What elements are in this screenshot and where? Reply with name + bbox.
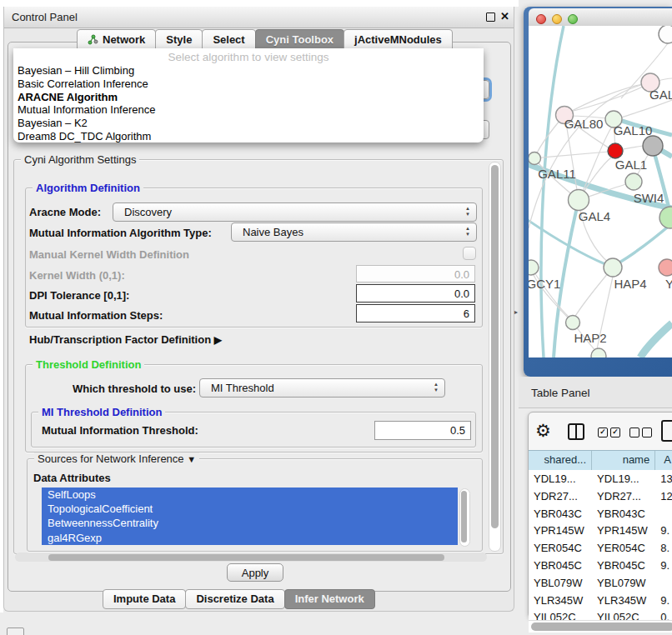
algorithm-option-dream8-dc-tdc-algorithm[interactable]: Dream8 DC_TDC Algorithm	[13, 129, 484, 142]
mi-type-combo[interactable]: Naive Bayes ▲▼	[231, 222, 477, 242]
float-window-icon[interactable]	[486, 12, 495, 22]
table-settings-button[interactable]: ⚙	[535, 421, 551, 441]
network-node-gcy1[interactable]	[529, 260, 539, 275]
algorithm-option-bayesian-hill-climbing[interactable]: Bayesian – Hill Climbing	[13, 63, 484, 77]
new-table-button[interactable]	[661, 420, 672, 442]
select-columns-button[interactable]	[568, 423, 584, 440]
network-node-gal1[interactable]	[625, 173, 642, 190]
split-pane-handle[interactable]: ▸	[514, 308, 518, 316]
tab-style[interactable]: Style	[155, 29, 203, 50]
network-node-y[interactable]	[659, 259, 672, 276]
algorithm-option-aracne-algorithm[interactable]: ARACNE Algorithm	[13, 90, 484, 103]
network-node-hap2[interactable]	[566, 316, 580, 330]
algorithm-definition-title: Algorithm Definition	[33, 182, 143, 194]
table-row[interactable]: YDR27...YDR27...12	[529, 488, 672, 505]
attribute-item-gal4rgexp[interactable]: gal4RGexp	[42, 531, 458, 545]
settings-vertical-scrollbar[interactable]	[489, 162, 501, 552]
attribute-item-selfloops[interactable]: SelfLoops	[42, 488, 458, 502]
collapsed-panel-button[interactable]	[7, 628, 24, 635]
table-cell: 8.	[655, 539, 672, 557]
table-cell: 9.	[655, 592, 672, 609]
manual-kernel-checkbox[interactable]	[463, 247, 476, 260]
control-panel-titlebar[interactable]: Control Panel ✕	[4, 7, 514, 28]
data-attributes-label: Data Attributes	[33, 472, 111, 484]
settings-group-title: Cyni Algorithm Settings	[21, 153, 139, 166]
table-row[interactable]: YIL052CYIL052C0.	[529, 608, 672, 620]
minimize-traffic-light-icon[interactable]	[552, 14, 562, 24]
checked-box-icon: ✓	[598, 428, 608, 438]
dpi-tolerance-field[interactable]: 0.0	[356, 284, 475, 302]
algorithm-option-basic-correlation-inference[interactable]: Basic Correlation Inference	[13, 77, 484, 90]
network-node[interactable]	[591, 348, 606, 358]
network-node[interactable]	[608, 143, 623, 158]
tab-cyni-toolbox[interactable]: Cyni Toolbox	[255, 29, 344, 50]
tab-select[interactable]: Select	[202, 29, 255, 50]
table-cell: YBR045C	[529, 557, 592, 574]
close-traffic-light-icon[interactable]	[536, 14, 546, 24]
expand-right-icon: ▶	[214, 334, 222, 346]
table-cell: YPR145W	[529, 522, 592, 539]
table-row[interactable]: YPR145WYPR145W9.	[529, 522, 672, 539]
network-node[interactable]	[659, 26, 672, 43]
table-row[interactable]: YDL19...YDL19...13	[529, 470, 672, 488]
bottom-tab-infer-network[interactable]: Infer Network	[284, 589, 375, 609]
which-threshold-combo[interactable]: MI Threshold ▲▼	[199, 378, 445, 398]
manual-kernel-label: Manual Kernel Width Definition	[29, 248, 189, 261]
network-node[interactable]	[643, 136, 663, 156]
mi-steps-field[interactable]: 6	[356, 304, 475, 322]
algorithm-option-bayesian-k2[interactable]: Bayesian – K2	[13, 116, 484, 129]
network-node-gal4[interactable]	[569, 190, 589, 211]
table-horizontal-scrollbar[interactable]	[529, 620, 672, 632]
hub-definition-toggle[interactable]: Hub/Transcription Factor Definition ▶	[29, 333, 222, 346]
apply-button[interactable]: Apply	[227, 563, 283, 582]
bottom-tab-discretize-data[interactable]: Discretize Data	[185, 589, 284, 609]
scrollbar-thumb[interactable]	[48, 554, 444, 561]
zoom-traffic-light-icon[interactable]	[568, 14, 578, 24]
algorithm-option-mutual-information-inference[interactable]: Mutual Information Inference	[13, 102, 484, 116]
node-label-gal80: GAL80	[564, 117, 604, 131]
tab-jactivemnodules[interactable]: jActiveMNodules	[344, 29, 453, 50]
scrollbar-thumb[interactable]	[531, 622, 672, 631]
unchecked-box-icon	[642, 428, 652, 438]
attribute-item-betweennesscentrality[interactable]: BetweennessCentrality	[42, 516, 458, 530]
attributes-scrollbar[interactable]	[459, 488, 470, 547]
close-icon[interactable]: ✕	[500, 10, 509, 22]
node-label-gal10: GAL10	[614, 123, 653, 138]
dpi-tolerance-label: DPI Tolerance [0,1]:	[29, 289, 129, 302]
table-row[interactable]: YLR345WYLR345W9.	[529, 592, 672, 609]
bottom-tab-impute-data[interactable]: Impute Data	[103, 589, 186, 609]
select-all-columns-button[interactable]: ✓ ✓	[598, 428, 620, 438]
sources-group-title[interactable]: Sources for Network Inference ▼	[34, 452, 199, 465]
mi-threshold-field[interactable]: 0.5	[374, 421, 471, 440]
which-threshold-label: Which threshold to use:	[73, 382, 196, 395]
network-node-gal11[interactable]	[529, 152, 541, 165]
settings-horizontal-scrollbar[interactable]	[15, 552, 487, 562]
aracne-mode-combo[interactable]: Discovery ▲▼	[113, 202, 477, 222]
table-cell: YLR345W	[592, 592, 655, 609]
table-row[interactable]: YER054CYER054C8.	[529, 539, 672, 557]
which-threshold-value: MI Threshold	[211, 382, 274, 394]
tab-network[interactable]: Network	[77, 29, 156, 50]
table-cell	[655, 505, 672, 522]
column-header-shared[interactable]: shared...	[529, 451, 592, 470]
collapse-down-icon: ▼	[187, 454, 196, 464]
node-label-swi4: SWI4	[634, 191, 664, 205]
column-header-a[interactable]: A	[655, 451, 672, 470]
table-row[interactable]: YBR045CYBR045C9.	[529, 557, 672, 574]
mi-threshold-label: Mutual Information Threshold:	[42, 424, 198, 437]
network-canvas[interactable]: GALGAL80GAL10GAL11GAL1GAL4SWI4GCY1HAP4YH…	[529, 26, 672, 358]
deselect-all-columns-button[interactable]	[629, 428, 652, 438]
column-header-name[interactable]: name	[592, 451, 655, 470]
mi-steps-label: Mutual Information Steps:	[29, 309, 163, 322]
data-attributes-list[interactable]: SelfLoopsTopologicalCoefficientBetweenne…	[42, 488, 458, 548]
scrollbar-thumb[interactable]	[491, 165, 499, 528]
table-row[interactable]: YBL079WYBL079W	[529, 574, 672, 592]
table-row[interactable]: YBR043CYBR043C	[529, 505, 672, 522]
tab-label: jActiveMNodules	[354, 33, 442, 46]
kernel-width-field[interactable]: 0.0	[356, 265, 475, 282]
attribute-item-topologicalcoefficient[interactable]: TopologicalCoefficient	[42, 502, 458, 516]
table-cell: YBR045C	[592, 557, 655, 574]
network-node-swi4[interactable]	[659, 207, 672, 228]
scrollbar-thumb[interactable]	[461, 491, 467, 542]
network-node-hap4[interactable]	[604, 258, 622, 277]
